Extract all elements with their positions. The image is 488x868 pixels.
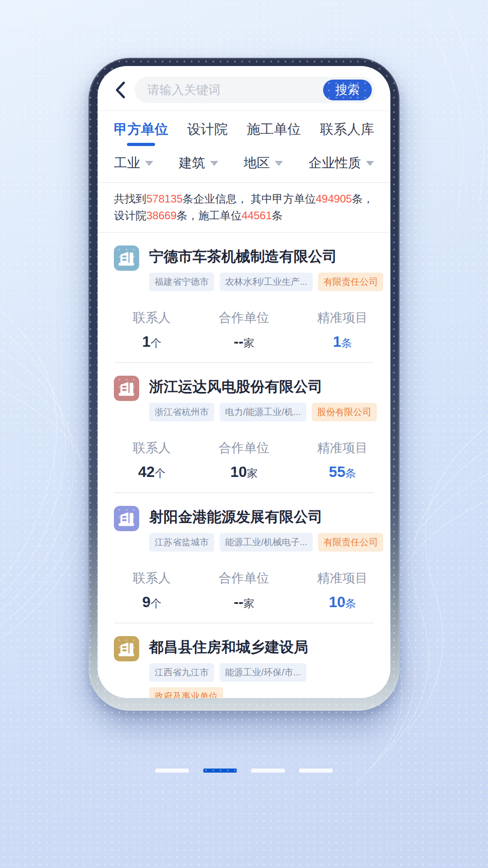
summary-segment: 条，施工单位 xyxy=(177,209,242,222)
stat-label: 合作单位 xyxy=(219,570,269,587)
company-stats: 联系人 42个 合作单位 10家 精准项目 55条 xyxy=(114,439,374,481)
stat-projects: 精准项目 10条 xyxy=(317,570,368,611)
search-box[interactable]: 搜索 xyxy=(135,77,375,103)
company-card[interactable]: 射阳金港能源发展有限公司 江苏省盐城市能源工业/机械电子...有限责任公司 联系… xyxy=(114,493,374,623)
summary-count: 494905 xyxy=(316,193,352,205)
company-tag: 有限责任公司 xyxy=(318,273,383,291)
summary-segment: 条企业信息， 其中甲方单位 xyxy=(183,193,316,205)
company-info: 都昌县住房和城乡建设局 江西省九江市能源工业/环保/市...政府及事业单位 xyxy=(149,636,374,698)
phone-screen: 搜索 甲方单位 设计院 施工单位 联系人库 工业 建筑 地区 企业性质 共找到5… xyxy=(98,66,390,698)
stat-value: 10家 xyxy=(230,463,258,481)
stat-projects: 精准项目 55条 xyxy=(317,439,368,481)
tab[interactable]: 设计院 xyxy=(187,111,228,150)
carousel-pagination xyxy=(0,769,488,773)
company-tag: 农林水利/工业生产... xyxy=(220,273,313,291)
company-tag: 能源工业/环保/市... xyxy=(220,663,306,682)
caret-down-icon xyxy=(210,161,218,166)
phone-mockup: 搜索 甲方单位 设计院 施工单位 联系人库 工业 建筑 地区 企业性质 共找到5… xyxy=(89,58,399,711)
result-summary: 共找到578135条企业信息， 其中甲方单位494905条，设计院38669条，… xyxy=(98,182,390,233)
stat-value: 1个 xyxy=(142,333,161,350)
summary-count: 578135 xyxy=(146,193,183,205)
tab[interactable]: 施工单位 xyxy=(247,111,301,150)
summary-segment: 条 xyxy=(272,209,283,222)
company-card[interactable]: 都昌县住房和城乡建设局 江西省九江市能源工业/环保/市...政府及事业单位 联系… xyxy=(114,623,374,698)
stat-partners: 合作单位 --家 xyxy=(219,309,269,350)
stat-label: 精准项目 xyxy=(317,309,368,326)
building-icon xyxy=(114,636,139,661)
stat-projects: 精准项目 1条 xyxy=(317,309,368,350)
stat-label: 合作单位 xyxy=(219,439,269,457)
caret-down-icon xyxy=(366,161,374,166)
caret-down-icon xyxy=(145,161,153,166)
tag-row: 福建省宁德市农林水利/工业生产...有限责任公司 xyxy=(149,273,374,291)
pagination-dash[interactable] xyxy=(251,769,285,773)
tab[interactable]: 甲方单位 xyxy=(114,111,168,150)
tag-row: 浙江省杭州市电力/能源工业/机...股份有限公司 xyxy=(149,403,374,421)
stat-value: 10条 xyxy=(329,594,357,611)
filter-dropdown[interactable]: 地区 xyxy=(244,154,283,172)
company-name: 宁德市车茶机械制造有限公司 xyxy=(149,247,374,265)
search-button[interactable]: 搜索 xyxy=(323,80,372,100)
company-card-head: 射阳金港能源发展有限公司 江苏省盐城市能源工业/机械电子...有限责任公司 xyxy=(114,506,374,557)
company-list: 宁德市车茶机械制造有限公司 福建省宁德市农林水利/工业生产...有限责任公司 联… xyxy=(98,233,390,698)
company-tag: 福建省宁德市 xyxy=(149,273,214,291)
company-tags: 福建省宁德市农林水利/工业生产...有限责任公司 xyxy=(149,273,374,291)
search-input[interactable] xyxy=(147,83,323,97)
tag-row: 江苏省盐城市能源工业/机械电子...有限责任公司 xyxy=(149,533,374,552)
stat-partners: 合作单位 10家 xyxy=(219,439,269,481)
company-tag: 有限责任公司 xyxy=(318,533,383,552)
company-tag: 能源工业/机械电子... xyxy=(220,533,313,552)
stat-label: 联系人 xyxy=(133,570,171,587)
tabs-bar: 甲方单位 设计院 施工单位 联系人库 xyxy=(98,110,390,150)
pagination-dash[interactable] xyxy=(155,769,189,773)
stat-label: 精准项目 xyxy=(317,439,368,457)
pagination-dash[interactable] xyxy=(299,769,333,773)
stat-label: 合作单位 xyxy=(219,309,269,326)
company-tag: 浙江省杭州市 xyxy=(149,403,214,421)
building-icon xyxy=(114,245,139,271)
filter-label: 企业性质 xyxy=(309,154,361,172)
stat-value: 9个 xyxy=(142,594,161,611)
company-tag: 电力/能源工业/机... xyxy=(220,403,306,421)
filter-dropdown[interactable]: 企业性质 xyxy=(309,154,374,172)
stat-contacts: 联系人 42个 xyxy=(133,439,171,481)
company-tags: 浙江省杭州市电力/能源工业/机...股份有限公司 xyxy=(149,403,374,421)
building-icon xyxy=(114,376,139,401)
company-card-head: 宁德市车茶机械制造有限公司 福建省宁德市农林水利/工业生产...有限责任公司 xyxy=(114,245,374,297)
company-stats: 联系人 1个 合作单位 --家 精准项目 1条 xyxy=(114,309,374,350)
building-icon xyxy=(114,506,139,531)
tab-active-underline xyxy=(260,143,288,146)
company-card[interactable]: 浙江运达风电股份有限公司 浙江省杭州市电力/能源工业/机...股份有限公司 联系… xyxy=(114,363,374,493)
company-name: 浙江运达风电股份有限公司 xyxy=(149,377,374,396)
company-info: 射阳金港能源发展有限公司 江苏省盐城市能源工业/机械电子...有限责任公司 xyxy=(149,506,374,557)
pagination-dash[interactable] xyxy=(203,769,237,773)
back-button[interactable] xyxy=(110,80,130,100)
company-card[interactable]: 宁德市车茶机械制造有限公司 福建省宁德市农林水利/工业生产...有限责任公司 联… xyxy=(114,233,374,363)
company-tag: 股份有限公司 xyxy=(312,403,377,421)
filter-label: 工业 xyxy=(114,154,140,172)
tag-row: 政府及事业单位 xyxy=(149,687,374,698)
filter-dropdown[interactable]: 建筑 xyxy=(179,154,218,172)
stat-value: --家 xyxy=(234,333,254,350)
filter-label: 建筑 xyxy=(179,154,205,172)
filter-dropdown[interactable]: 工业 xyxy=(114,154,153,172)
company-tag: 江西省九江市 xyxy=(149,663,214,682)
company-card-head: 都昌县住房和城乡建设局 江西省九江市能源工业/环保/市...政府及事业单位 xyxy=(114,636,374,698)
tab[interactable]: 联系人库 xyxy=(320,111,374,150)
tab-label: 联系人库 xyxy=(320,120,374,139)
summary-segment: 条， xyxy=(352,193,374,205)
company-tag: 政府及事业单位 xyxy=(149,687,223,698)
company-tag: 江苏省盐城市 xyxy=(149,533,214,552)
stat-label: 精准项目 xyxy=(317,570,368,587)
tab-label: 甲方单位 xyxy=(114,120,168,139)
company-name: 都昌县住房和城乡建设局 xyxy=(149,638,374,656)
tag-row: 江西省九江市能源工业/环保/市... xyxy=(149,663,374,682)
company-info: 宁德市车茶机械制造有限公司 福建省宁德市农林水利/工业生产...有限责任公司 xyxy=(149,245,374,297)
tab-active-underline xyxy=(127,143,155,146)
stat-contacts: 联系人 1个 xyxy=(133,309,171,350)
filter-label: 地区 xyxy=(244,154,270,172)
stat-value: 42个 xyxy=(138,463,166,481)
summary-segment: 共找到 xyxy=(114,193,146,205)
filter-bar: 工业 建筑 地区 企业性质 xyxy=(98,150,390,182)
tab-label: 施工单位 xyxy=(247,120,301,139)
